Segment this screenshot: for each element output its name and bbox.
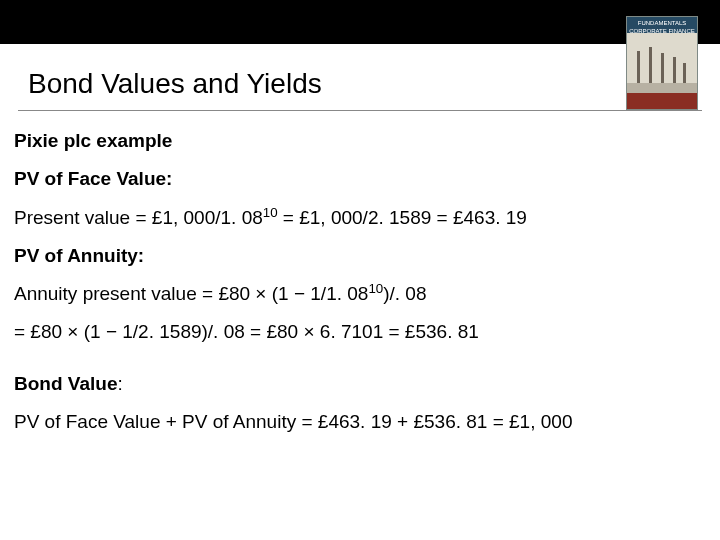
annuity-line-1: Annuity present value = £80 × (1 − 1/1. … <box>14 281 702 306</box>
example-heading: Pixie plc example <box>14 129 702 153</box>
top-black-bar <box>0 0 720 44</box>
slide-body: Pixie plc example PV of Face Value: Pres… <box>0 111 720 434</box>
annuity-1b: )/. 08 <box>383 284 426 305</box>
bond-value-heading-line: Bond Value: <box>14 372 702 396</box>
book-cover-line2: CORPORATE FINANCE <box>629 28 695 34</box>
pv-face-text-a: Present value = £1, 000/1. 08 <box>14 207 263 228</box>
pv-face-heading: PV of Face Value: <box>14 167 702 191</box>
book-cover-thumbnail: FUNDAMENTALS CORPORATE FINANCE <box>626 16 698 110</box>
bond-value-line: PV of Face Value + PV of Annuity = £463.… <box>14 410 702 434</box>
book-cover-title: FUNDAMENTALS CORPORATE FINANCE <box>627 17 697 33</box>
bond-value-colon: : <box>117 373 122 394</box>
slide: FUNDAMENTALS CORPORATE FINANCE Bond Valu… <box>0 0 720 540</box>
book-cover-line1: FUNDAMENTALS <box>638 20 687 26</box>
pv-face-sup: 10 <box>263 205 278 220</box>
book-cover-footer <box>627 93 697 109</box>
pv-face-text-b: = £1, 000/2. 1589 = £463. 19 <box>278 207 527 228</box>
annuity-1-sup: 10 <box>368 281 383 296</box>
pv-annuity-heading: PV of Annuity: <box>14 244 702 268</box>
slide-title: Bond Values and Yields <box>0 44 720 110</box>
pv-face-line: Present value = £1, 000/1. 0810 = £1, 00… <box>14 205 702 230</box>
annuity-line-2: = £80 × (1 − 1/2. 1589)/. 08 = £80 × 6. … <box>14 320 702 344</box>
book-cover-image <box>627 33 697 93</box>
annuity-1a: Annuity present value = £80 × (1 − 1/1. … <box>14 284 368 305</box>
bond-value-heading: Bond Value <box>14 373 117 394</box>
